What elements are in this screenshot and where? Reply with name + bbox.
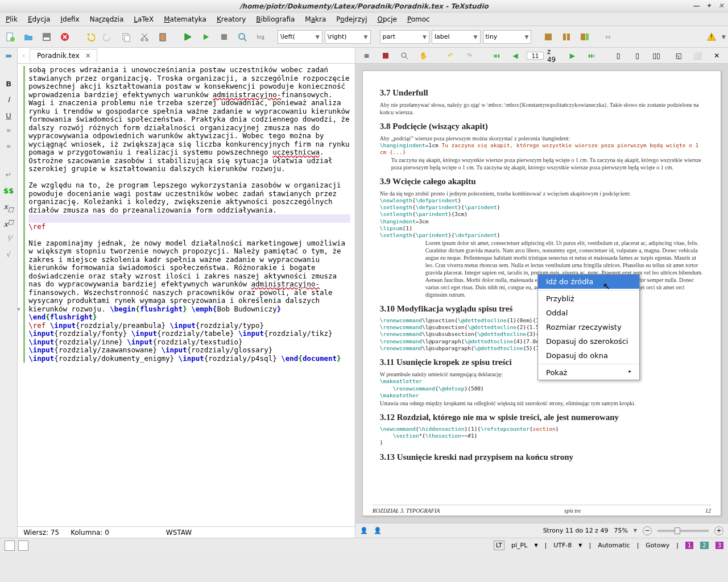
lt-icon[interactable]: LT (494, 541, 504, 550)
panel1-icon[interactable] (5, 541, 15, 551)
pv-user2-icon[interactable]: 👤 (374, 527, 382, 534)
ctx-actual-size[interactable]: Rozmiar rzeczywisty (538, 320, 639, 334)
menu-idefix[interactable]: Idefix (60, 15, 79, 23)
pv-window-icon[interactable]: ◱ (671, 48, 686, 64)
encoding[interactable]: UTF-8 (553, 542, 572, 549)
sqrt-icon[interactable]: √ (2, 250, 15, 260)
menu-opcje[interactable]: Opcje (378, 15, 397, 23)
zoom-in-icon[interactable]: + (714, 526, 723, 535)
zoom-slider[interactable] (657, 530, 709, 532)
ctx-fit-window[interactable]: Dopasuj do okna (538, 348, 639, 363)
close-file-icon[interactable] (57, 29, 73, 45)
cut-icon[interactable] (136, 29, 152, 45)
tab-close-icon[interactable]: ✕ (85, 52, 91, 60)
view-log-icon[interactable]: log (253, 29, 268, 45)
pv-back-icon[interactable]: ↶ (442, 48, 458, 64)
pv-menu-icon[interactable]: ≡ (359, 48, 374, 64)
ctx-show[interactable]: Pokaż (538, 365, 639, 380)
marker1-icon[interactable]: 1 (685, 542, 693, 549)
col2-icon[interactable] (559, 29, 574, 45)
menu-makra[interactable]: Makra (305, 15, 326, 23)
svg-rect-15 (581, 34, 585, 40)
maximize-icon[interactable]: ✦ (704, 1, 713, 10)
pv-book-icon[interactable] (378, 48, 393, 64)
newline-icon[interactable]: ↵ (2, 171, 15, 181)
svg-text:!: ! (710, 34, 713, 40)
combo-part[interactable]: part▼ (380, 30, 429, 44)
preview-status: 👤 👤 Strony 11 do 12 z 49 75%▼ − + (355, 523, 728, 538)
sub-icon[interactable]: x□ (2, 202, 15, 213)
panel2-icon[interactable] (18, 541, 28, 551)
pv-user-icon[interactable]: 👤 (360, 527, 368, 534)
combo-right[interactable]: \right)▼ (325, 30, 371, 44)
tab-poradnik[interactable]: Poradnik.tex ✕ (30, 49, 97, 62)
sec-3-12: 3.12 Rozdział, którego nie ma w spisie t… (380, 413, 704, 422)
pv-prev-icon[interactable]: ◀ (507, 48, 523, 64)
menu-bibliografia[interactable]: Bibliografia (256, 15, 295, 23)
pv-double-icon[interactable]: ▯▯ (648, 48, 664, 64)
col1-icon[interactable] (540, 29, 556, 45)
pv-cont-icon[interactable]: ▯ (630, 48, 645, 64)
view-pdf-icon[interactable] (234, 29, 250, 45)
ctx-zoom-in[interactable]: Przybliż (538, 292, 639, 306)
save-icon[interactable] (39, 29, 55, 45)
combo-left[interactable]: \left(▼ (278, 30, 322, 44)
ctx-fit-width[interactable]: Dopasuj do szerokości (538, 334, 639, 348)
menu-plik[interactable]: Plik (6, 15, 18, 23)
sup-icon[interactable]: x□ (2, 218, 15, 228)
pv-enlarge-icon[interactable]: ⬜ (690, 48, 705, 64)
close-icon[interactable]: ✕ (717, 1, 726, 10)
col3-icon[interactable] (577, 29, 593, 45)
paste-icon[interactable] (155, 29, 171, 45)
tab-left-icon[interactable]: ‹ (22, 52, 25, 60)
menu-edycja[interactable]: Edycja (28, 15, 51, 23)
copy-icon[interactable] (118, 29, 134, 45)
zoom-out-icon[interactable]: − (643, 526, 652, 535)
undo-icon[interactable] (82, 29, 98, 45)
redo-icon[interactable] (100, 29, 116, 45)
side-toolbar: ▬ B I U ≡ ≡ ↵ $$ x□ x□ ⅟ √ (0, 48, 18, 538)
pv-page-input[interactable] (527, 52, 544, 60)
dollar-icon[interactable]: $$ (2, 186, 15, 197)
pv-last-icon[interactable]: ⏭ (584, 48, 599, 64)
center-align-icon[interactable]: ≡ (2, 143, 15, 153)
menu-podejrzyj[interactable]: Podejrzyj (336, 15, 367, 23)
overflow-icon[interactable]: ›› (602, 33, 614, 41)
build-icon[interactable] (180, 29, 196, 45)
pv-fwd-icon[interactable]: ↷ (462, 48, 477, 64)
frac-icon[interactable]: ⅟ (2, 234, 15, 244)
bold-icon[interactable]: B (2, 80, 15, 90)
pv-single-icon[interactable]: ▯ (610, 48, 626, 64)
combo-label[interactable]: label▼ (432, 30, 481, 44)
menu-pomoc[interactable]: Pomoc (407, 15, 430, 23)
ctx-zoom-out[interactable]: Oddal (538, 306, 639, 320)
editor[interactable]: sobą proces wdrażania i unowocześniania … (18, 64, 355, 526)
underline-icon[interactable]: U (2, 111, 15, 122)
pv-first-icon[interactable]: ⏮ (489, 48, 504, 64)
menu-latex[interactable]: LaTeX (134, 15, 154, 23)
left-align-icon[interactable]: ≡ (2, 127, 15, 138)
part-icon[interactable]: ▬ (2, 51, 15, 61)
compile-icon[interactable] (198, 29, 214, 45)
menu-kreatory[interactable]: Kreatory (217, 15, 246, 23)
warning-icon[interactable]: ! (704, 29, 719, 45)
pv-zoom: 75% (614, 527, 627, 534)
auto[interactable]: Automatic (598, 542, 630, 549)
menubar: Plik Edycja Idefix Narzędzia LaTeX Matem… (0, 13, 728, 26)
menu-narzedzia[interactable]: Narzędzia (90, 15, 124, 23)
pv-hand-icon[interactable]: ✋ (416, 48, 431, 64)
menu-matematyka[interactable]: Matematyka (164, 15, 206, 23)
pv-close-icon[interactable]: ✕ (709, 48, 725, 64)
open-file-icon[interactable] (20, 29, 36, 45)
new-file-icon[interactable] (2, 29, 18, 45)
italic-icon[interactable]: I (2, 95, 15, 106)
marker2-icon[interactable]: 2 (700, 542, 708, 549)
combo-tiny[interactable]: tiny▼ (483, 30, 532, 44)
pv-next-icon[interactable]: ▶ (565, 48, 580, 64)
pv-zoom-icon[interactable] (397, 48, 412, 64)
stop-icon[interactable] (216, 29, 232, 45)
marker3-icon[interactable]: 3 (715, 542, 723, 549)
ctx-goto-source[interactable]: Idź do źródła (538, 275, 639, 289)
minimize-icon[interactable]: — (692, 1, 701, 10)
lang[interactable]: pl_PL (511, 542, 527, 549)
